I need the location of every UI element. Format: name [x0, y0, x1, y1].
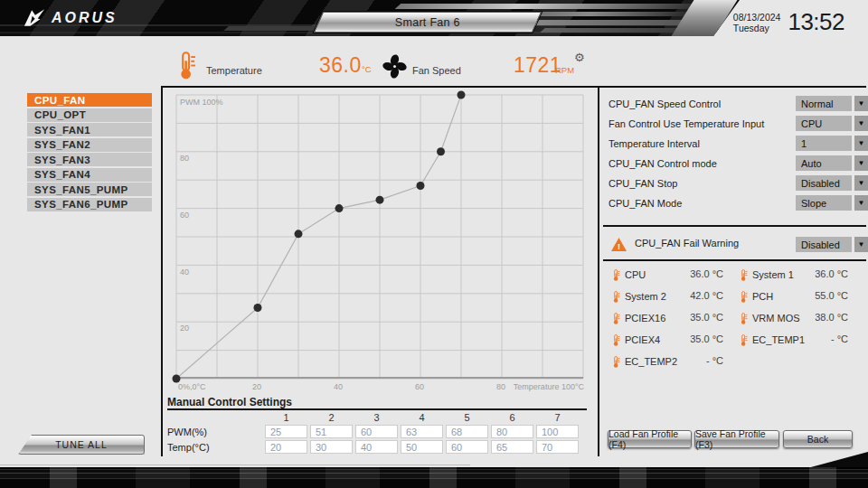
- temp-value: 55.0 °C: [794, 290, 848, 301]
- left-divider: [161, 86, 163, 456]
- setting-label-temp-interval: Temperature Interval: [609, 136, 789, 151]
- temp-input-3[interactable]: [355, 440, 398, 454]
- temp-value: 38.0 °C: [794, 312, 848, 323]
- column-header: 6: [491, 412, 533, 423]
- temp-name: CPU: [625, 269, 646, 280]
- temp-value: 35.0 °C: [669, 333, 723, 344]
- fan-list-item-sys-fan2[interactable]: SYS_FAN2: [27, 138, 152, 152]
- pwm-input-4[interactable]: [401, 425, 443, 438]
- chevron-down-icon[interactable]: ▼: [854, 195, 868, 211]
- setting-label-fan-stop: CPU_FAN Stop: [609, 175, 789, 191]
- setting-label-fan-mode: CPU_FAN Mode: [609, 195, 789, 211]
- temp-readout: PCIEX16: [612, 312, 665, 324]
- dropdown-fan-mode[interactable]: Slope ▼: [796, 195, 868, 211]
- column-header: 5: [446, 412, 488, 423]
- fan-list-item-sys-fan3[interactable]: SYS_FAN3: [27, 153, 152, 166]
- fan-list-item-sys-fan4[interactable]: SYS_FAN4: [27, 168, 152, 182]
- temp-sensor-icon: [740, 269, 748, 281]
- temp-readout: PCH: [740, 290, 773, 303]
- dropdown-fail-warning[interactable]: Disabled ▼: [796, 237, 868, 252]
- temp-input-7[interactable]: [536, 440, 579, 454]
- manual-control-title: Manual Control Settings: [167, 396, 292, 408]
- curve-point[interactable]: [458, 91, 466, 99]
- chevron-down-icon[interactable]: ▼: [854, 116, 868, 131]
- setting-label-control-mode: CPU_FAN Control mode: [609, 155, 789, 171]
- manual-header-row: 1 2 3 4 5 6 7: [167, 412, 581, 423]
- temp-name: PCIEX4: [625, 334, 660, 345]
- aorus-logo: AORUS: [24, 8, 118, 27]
- page-title-plate: Smart Fan 6: [314, 12, 542, 33]
- chevron-down-icon[interactable]: ▼: [854, 155, 868, 171]
- temp-readout: VRM MOS: [740, 312, 800, 324]
- fan-list: CPU_FAN CPU_OPT SYS_FAN1 SYS_FAN2 SYS_FA…: [27, 93, 152, 212]
- logo-text: AORUS: [52, 10, 118, 26]
- pwm-input-6[interactable]: [491, 425, 533, 438]
- chevron-down-icon[interactable]: ▼: [854, 237, 868, 252]
- temp-value: - °C: [794, 333, 848, 344]
- dropdown-control-mode[interactable]: Auto ▼: [796, 155, 868, 171]
- back-button[interactable]: Back: [783, 430, 853, 448]
- fan-list-item-sys-fan5-pump[interactable]: SYS_FAN5_PUMP: [27, 183, 152, 196]
- chevron-down-icon[interactable]: ▼: [854, 136, 868, 151]
- column-header: 1: [265, 412, 307, 423]
- temp-name: VRM MOS: [752, 313, 800, 324]
- weekday-text: Tuesday: [733, 23, 781, 33]
- gear-icon[interactable]: ⚙: [574, 52, 585, 63]
- thermometer-icon: [177, 52, 196, 80]
- temp-name: System 2: [625, 291, 666, 302]
- tune-all-button[interactable]: TUNE ALL: [18, 435, 145, 455]
- temp-input-2[interactable]: [310, 440, 353, 454]
- corner-decoration: [807, 452, 868, 468]
- temp-value: 35.0 °C: [669, 312, 723, 323]
- dropdown-speed-control[interactable]: Normal ▼: [796, 96, 868, 111]
- x-tick: 80: [496, 382, 505, 391]
- pwm-input-7[interactable]: [536, 425, 579, 438]
- glitch-decoration: [395, 4, 700, 9]
- pwm-input-5[interactable]: [446, 425, 488, 438]
- pwm-input-1[interactable]: [265, 425, 307, 438]
- curve-point[interactable]: [437, 147, 445, 155]
- curve-point[interactable]: [376, 196, 384, 204]
- temp-name: PCIEX16: [625, 313, 665, 324]
- bottom-accent-line: [0, 465, 470, 465]
- curve-point[interactable]: [335, 204, 344, 212]
- temp-input-6[interactable]: [491, 440, 533, 454]
- temperature-label: Temperature: [206, 65, 262, 76]
- dropdown-value: Disabled: [796, 237, 852, 252]
- dropdown-fan-stop[interactable]: Disabled ▼: [796, 175, 868, 191]
- pwm-input-2[interactable]: [310, 425, 353, 438]
- temp-input-1[interactable]: [265, 440, 307, 454]
- fan-list-item-cpu-fan[interactable]: CPU_FAN: [27, 93, 152, 107]
- dropdown-temp-input[interactable]: CPU ▼: [796, 116, 868, 131]
- chevron-down-icon[interactable]: ▼: [854, 96, 868, 111]
- right-divider: [598, 86, 599, 456]
- curve-point[interactable]: [254, 304, 262, 312]
- page-title: Smart Fan 6: [395, 16, 460, 29]
- x-tick: 60: [415, 382, 424, 391]
- y-tick: 60: [180, 211, 189, 220]
- temp-input-5[interactable]: [446, 440, 488, 454]
- column-header: 7: [536, 412, 579, 423]
- temp-input-4[interactable]: [401, 440, 443, 454]
- dropdown-value: Slope: [796, 195, 852, 211]
- chevron-down-icon[interactable]: ▼: [854, 175, 868, 191]
- fan-list-item-sys-fan6-pump[interactable]: SYS_FAN6_PUMP: [27, 198, 152, 211]
- dropdown-temp-interval[interactable]: 1 ▼: [796, 136, 868, 151]
- temperature-value: 36.0: [319, 53, 362, 78]
- temp-readout: System 1: [740, 268, 794, 281]
- temp-sensor-icon: [740, 334, 748, 346]
- save-fan-profile-button[interactable]: Save Fan Profile (F3): [694, 430, 779, 448]
- top-divider: [163, 86, 866, 88]
- pwm-row-label: PWM(%): [167, 425, 265, 438]
- temp-sensor-icon: [612, 313, 620, 324]
- fan-list-item-cpu-opt[interactable]: CPU_OPT: [27, 108, 152, 122]
- column-header: 3: [355, 412, 398, 423]
- setting-label-temp-input: Fan Control Use Temperature Input: [609, 116, 789, 131]
- temp-name: System 1: [752, 269, 794, 280]
- curve-point[interactable]: [295, 230, 303, 238]
- temp-value: - °C: [669, 355, 723, 366]
- fan-list-item-sys-fan1[interactable]: SYS_FAN1: [27, 123, 152, 136]
- curve-point[interactable]: [417, 182, 425, 190]
- load-fan-profile-button[interactable]: Load Fan Profile (F4): [608, 430, 692, 448]
- pwm-input-3[interactable]: [355, 425, 398, 438]
